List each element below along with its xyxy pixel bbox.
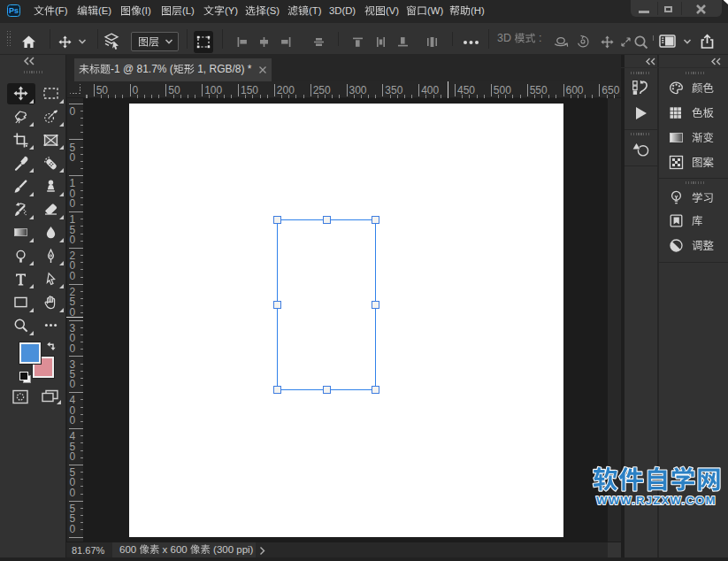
svg-text:WWW.RJZXW.COM: WWW.RJZXW.COM xyxy=(596,494,717,507)
svg-text:600: 600 xyxy=(119,544,139,555)
svg-text:(300 ppi): (300 ppi) xyxy=(211,544,254,555)
svg-text:-1 @ 81.7% (: -1 @ 81.7% ( xyxy=(111,63,173,75)
svg-text:1, RGB/8) *: 1, RGB/8) * xyxy=(195,63,252,75)
svg-text::: : xyxy=(535,32,541,44)
svg-text:(F): (F) xyxy=(55,5,68,16)
svg-text:(S): (S) xyxy=(266,5,280,16)
svg-text:3D(D): 3D(D) xyxy=(329,5,356,16)
svg-text:(V): (V) xyxy=(386,5,399,16)
svg-text:(E): (E) xyxy=(98,5,111,16)
svg-text:(H): (H) xyxy=(471,5,485,16)
svg-text:3D: 3D xyxy=(497,32,514,44)
svg-text:(Y): (Y) xyxy=(225,5,238,16)
svg-text:x 600: x 600 xyxy=(159,544,189,555)
svg-text:(I): (I) xyxy=(142,5,151,16)
svg-text:(L): (L) xyxy=(182,5,195,16)
svg-text:(T): (T) xyxy=(309,5,322,16)
svg-text:(W): (W) xyxy=(427,5,443,16)
